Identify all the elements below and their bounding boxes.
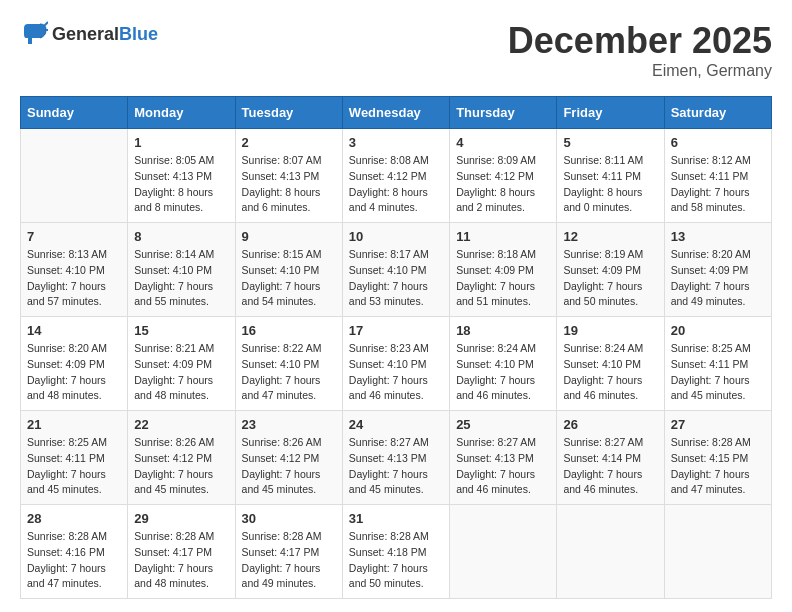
table-row: 11 Sunrise: 8:18 AM Sunset: 4:09 PM Dayl…	[450, 223, 557, 317]
calendar-week-1: 1 Sunrise: 8:05 AM Sunset: 4:13 PM Dayli…	[21, 129, 772, 223]
sunrise-text: Sunrise: 8:15 AM	[242, 248, 322, 260]
day-info: Sunrise: 8:20 AM Sunset: 4:09 PM Dayligh…	[27, 341, 121, 404]
daylight-text: Daylight: 8 hours and 4 minutes.	[349, 186, 428, 214]
daylight-text: Daylight: 7 hours and 47 minutes.	[671, 468, 750, 496]
table-row: 18 Sunrise: 8:24 AM Sunset: 4:10 PM Dayl…	[450, 317, 557, 411]
logo-text: GeneralBlue	[52, 24, 158, 45]
day-info: Sunrise: 8:23 AM Sunset: 4:10 PM Dayligh…	[349, 341, 443, 404]
day-number: 6	[671, 135, 765, 150]
day-info: Sunrise: 8:21 AM Sunset: 4:09 PM Dayligh…	[134, 341, 228, 404]
daylight-text: Daylight: 7 hours and 46 minutes.	[456, 374, 535, 402]
table-row: 24 Sunrise: 8:27 AM Sunset: 4:13 PM Dayl…	[342, 411, 449, 505]
day-info: Sunrise: 8:26 AM Sunset: 4:12 PM Dayligh…	[242, 435, 336, 498]
day-info: Sunrise: 8:25 AM Sunset: 4:11 PM Dayligh…	[27, 435, 121, 498]
table-row: 5 Sunrise: 8:11 AM Sunset: 4:11 PM Dayli…	[557, 129, 664, 223]
page-header: GeneralBlue December 2025 Eimen, Germany	[20, 20, 772, 80]
sunset-text: Sunset: 4:16 PM	[27, 546, 105, 558]
day-info: Sunrise: 8:19 AM Sunset: 4:09 PM Dayligh…	[563, 247, 657, 310]
table-row: 30 Sunrise: 8:28 AM Sunset: 4:17 PM Dayl…	[235, 505, 342, 599]
logo: GeneralBlue	[20, 20, 158, 48]
sunrise-text: Sunrise: 8:13 AM	[27, 248, 107, 260]
logo-blue: Blue	[119, 24, 158, 44]
sunrise-text: Sunrise: 8:14 AM	[134, 248, 214, 260]
table-row: 28 Sunrise: 8:28 AM Sunset: 4:16 PM Dayl…	[21, 505, 128, 599]
sunset-text: Sunset: 4:10 PM	[242, 264, 320, 276]
table-row: 23 Sunrise: 8:26 AM Sunset: 4:12 PM Dayl…	[235, 411, 342, 505]
sunrise-text: Sunrise: 8:28 AM	[134, 530, 214, 542]
table-row	[664, 505, 771, 599]
day-number: 21	[27, 417, 121, 432]
daylight-text: Daylight: 7 hours and 57 minutes.	[27, 280, 106, 308]
sunrise-text: Sunrise: 8:08 AM	[349, 154, 429, 166]
daylight-text: Daylight: 7 hours and 45 minutes.	[134, 468, 213, 496]
sunset-text: Sunset: 4:10 PM	[134, 264, 212, 276]
day-number: 4	[456, 135, 550, 150]
day-number: 13	[671, 229, 765, 244]
day-info: Sunrise: 8:07 AM Sunset: 4:13 PM Dayligh…	[242, 153, 336, 216]
daylight-text: Daylight: 7 hours and 45 minutes.	[349, 468, 428, 496]
sunrise-text: Sunrise: 8:28 AM	[671, 436, 751, 448]
day-info: Sunrise: 8:12 AM Sunset: 4:11 PM Dayligh…	[671, 153, 765, 216]
day-number: 11	[456, 229, 550, 244]
sunrise-text: Sunrise: 8:07 AM	[242, 154, 322, 166]
table-row: 10 Sunrise: 8:17 AM Sunset: 4:10 PM Dayl…	[342, 223, 449, 317]
daylight-text: Daylight: 7 hours and 58 minutes.	[671, 186, 750, 214]
sunset-text: Sunset: 4:13 PM	[242, 170, 320, 182]
sunrise-text: Sunrise: 8:24 AM	[456, 342, 536, 354]
sunrise-text: Sunrise: 8:25 AM	[27, 436, 107, 448]
col-monday: Monday	[128, 97, 235, 129]
day-info: Sunrise: 8:14 AM Sunset: 4:10 PM Dayligh…	[134, 247, 228, 310]
day-number: 25	[456, 417, 550, 432]
daylight-text: Daylight: 8 hours and 6 minutes.	[242, 186, 321, 214]
sunset-text: Sunset: 4:15 PM	[671, 452, 749, 464]
calendar-week-3: 14 Sunrise: 8:20 AM Sunset: 4:09 PM Dayl…	[21, 317, 772, 411]
sunrise-text: Sunrise: 8:26 AM	[242, 436, 322, 448]
day-number: 27	[671, 417, 765, 432]
day-number: 17	[349, 323, 443, 338]
table-row	[21, 129, 128, 223]
col-friday: Friday	[557, 97, 664, 129]
table-row: 15 Sunrise: 8:21 AM Sunset: 4:09 PM Dayl…	[128, 317, 235, 411]
table-row: 17 Sunrise: 8:23 AM Sunset: 4:10 PM Dayl…	[342, 317, 449, 411]
day-info: Sunrise: 8:24 AM Sunset: 4:10 PM Dayligh…	[563, 341, 657, 404]
day-info: Sunrise: 8:17 AM Sunset: 4:10 PM Dayligh…	[349, 247, 443, 310]
table-row: 8 Sunrise: 8:14 AM Sunset: 4:10 PM Dayli…	[128, 223, 235, 317]
day-info: Sunrise: 8:28 AM Sunset: 4:18 PM Dayligh…	[349, 529, 443, 592]
day-number: 2	[242, 135, 336, 150]
table-row	[450, 505, 557, 599]
sunrise-text: Sunrise: 8:05 AM	[134, 154, 214, 166]
day-number: 9	[242, 229, 336, 244]
sunset-text: Sunset: 4:09 PM	[134, 358, 212, 370]
day-number: 16	[242, 323, 336, 338]
table-row	[557, 505, 664, 599]
daylight-text: Daylight: 7 hours and 46 minutes.	[349, 374, 428, 402]
table-row: 16 Sunrise: 8:22 AM Sunset: 4:10 PM Dayl…	[235, 317, 342, 411]
daylight-text: Daylight: 7 hours and 48 minutes.	[134, 562, 213, 590]
day-number: 14	[27, 323, 121, 338]
day-info: Sunrise: 8:09 AM Sunset: 4:12 PM Dayligh…	[456, 153, 550, 216]
daylight-text: Daylight: 7 hours and 51 minutes.	[456, 280, 535, 308]
day-info: Sunrise: 8:05 AM Sunset: 4:13 PM Dayligh…	[134, 153, 228, 216]
table-row: 21 Sunrise: 8:25 AM Sunset: 4:11 PM Dayl…	[21, 411, 128, 505]
daylight-text: Daylight: 7 hours and 53 minutes.	[349, 280, 428, 308]
sunset-text: Sunset: 4:12 PM	[456, 170, 534, 182]
logo-icon	[20, 20, 48, 48]
sunrise-text: Sunrise: 8:24 AM	[563, 342, 643, 354]
sunrise-text: Sunrise: 8:19 AM	[563, 248, 643, 260]
table-row: 6 Sunrise: 8:12 AM Sunset: 4:11 PM Dayli…	[664, 129, 771, 223]
daylight-text: Daylight: 7 hours and 48 minutes.	[134, 374, 213, 402]
col-wednesday: Wednesday	[342, 97, 449, 129]
col-saturday: Saturday	[664, 97, 771, 129]
table-row: 29 Sunrise: 8:28 AM Sunset: 4:17 PM Dayl…	[128, 505, 235, 599]
sunset-text: Sunset: 4:11 PM	[671, 358, 749, 370]
table-row: 20 Sunrise: 8:25 AM Sunset: 4:11 PM Dayl…	[664, 317, 771, 411]
day-number: 3	[349, 135, 443, 150]
table-row: 19 Sunrise: 8:24 AM Sunset: 4:10 PM Dayl…	[557, 317, 664, 411]
day-number: 7	[27, 229, 121, 244]
day-info: Sunrise: 8:11 AM Sunset: 4:11 PM Dayligh…	[563, 153, 657, 216]
sunset-text: Sunset: 4:13 PM	[349, 452, 427, 464]
sunset-text: Sunset: 4:12 PM	[349, 170, 427, 182]
table-row: 22 Sunrise: 8:26 AM Sunset: 4:12 PM Dayl…	[128, 411, 235, 505]
sunset-text: Sunset: 4:10 PM	[349, 264, 427, 276]
day-number: 5	[563, 135, 657, 150]
